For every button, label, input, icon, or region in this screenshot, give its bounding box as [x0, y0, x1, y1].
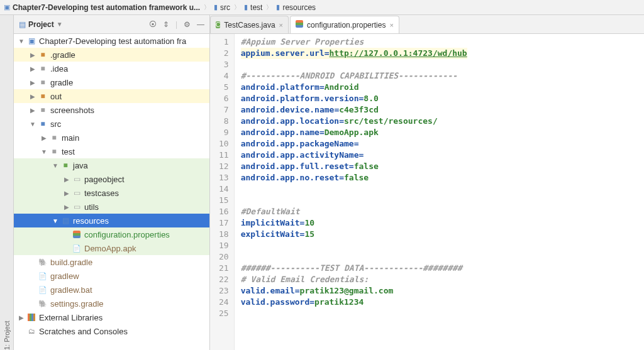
breadcrumb-item[interactable]: ▮test [244, 3, 262, 12]
chevron-right-icon[interactable]: ▶ [29, 93, 36, 100]
chevron-down-icon[interactable]: ▼ [18, 38, 25, 45]
code-line[interactable] [241, 240, 467, 251]
code-line[interactable]: #-----------ANDROID CAPABILITIES--------… [241, 70, 467, 82]
line-number: 25 [219, 308, 229, 319]
folder-icon: ▮ [214, 3, 218, 11]
code-line[interactable]: explicitWait=15 [241, 229, 467, 240]
target-icon[interactable]: ⦿ [149, 20, 157, 29]
code-line[interactable]: implicitWait=10 [241, 217, 467, 229]
editor[interactable]: 1234567891011121314151617181920212223242… [210, 34, 644, 350]
code-line[interactable]: android.app.full.reset=false [241, 161, 467, 172]
tree-row[interactable]: ▼▤resources [14, 214, 209, 227]
tree-row[interactable]: ▼■test [14, 145, 209, 158]
code-line[interactable] [241, 251, 467, 263]
code-line[interactable]: android.platform=Android [241, 82, 467, 93]
tree-row[interactable]: 🐘build.gradle [14, 255, 209, 269]
tree-row[interactable]: 📄gradlew [14, 269, 209, 283]
properties-file-icon [296, 20, 303, 30]
chevron-right-icon[interactable]: ▶ [63, 190, 70, 197]
close-icon[interactable]: × [389, 21, 393, 29]
code-line[interactable]: android.app.no.reset=false [241, 172, 467, 183]
collapse-all-icon[interactable]: ⇕ [163, 20, 169, 29]
editor-area: CTestCases.java×configuration.properties… [210, 15, 644, 350]
tree-row[interactable]: ▼■src [14, 117, 209, 131]
hide-icon[interactable]: — [197, 20, 204, 29]
code-line[interactable]: android.device.name=c4e3f3cd [241, 104, 467, 116]
chevron-right-icon[interactable]: ▶ [40, 134, 48, 141]
code-line[interactable]: android.app.activityName= [241, 150, 467, 161]
code-line[interactable]: android.platform.version=8.0 [241, 93, 467, 104]
editor-tab[interactable]: configuration.properties× [290, 16, 399, 33]
code-line[interactable]: valid.password=pratik1234 [241, 297, 467, 308]
close-icon[interactable]: × [279, 21, 283, 29]
line-number: 16 [219, 206, 229, 217]
java-class-icon: C [216, 20, 220, 30]
tree-row[interactable]: ▶■gradle [14, 75, 209, 89]
tree-label: test [62, 147, 75, 156]
code-line[interactable] [241, 183, 467, 195]
code-line[interactable]: ######----------TEST DATA------------###… [241, 263, 467, 274]
tree-row[interactable]: ▶■out [14, 89, 209, 103]
code-line[interactable]: android.app.location=src/test/resources/ [241, 116, 467, 127]
tree-row[interactable]: ▶■.idea [14, 62, 209, 75]
tree-row[interactable]: configuration.properties [14, 227, 209, 241]
line-number: 18 [219, 229, 229, 240]
tree-label: DemoApp.apk [84, 244, 136, 253]
tree-row[interactable]: 📄DemoApp.apk [14, 241, 209, 255]
code-line[interactable]: # Valid Email Credentials: [241, 274, 467, 285]
breadcrumb-item[interactable]: ▣Chapter7-Developing test automation fra… [4, 3, 200, 12]
code-line[interactable]: #Appium Server Properties [241, 36, 467, 48]
tree-label: resources [73, 216, 109, 226]
chevron-right-icon[interactable]: ▶ [18, 314, 25, 321]
tree-row[interactable]: ▶External Libraries [14, 310, 209, 324]
line-number: 21 [219, 263, 229, 274]
gear-icon[interactable]: ⚙ [184, 20, 191, 29]
line-number: 14 [219, 183, 229, 195]
code-line[interactable]: android.app.name=DemoApp.apk [241, 127, 467, 138]
chevron-down-icon[interactable]: ▼ [52, 217, 59, 224]
chevron-down-icon[interactable]: ▼ [57, 21, 63, 28]
editor-tab[interactable]: CTestCases.java× [210, 16, 289, 33]
chevron-down-icon[interactable]: ▼ [40, 148, 48, 155]
tree-label: main [62, 133, 79, 143]
chevron-down-icon[interactable]: ▼ [29, 121, 36, 128]
code-line[interactable]: android.app.packageName= [241, 138, 467, 150]
tree-row[interactable]: ▶■screenshots [14, 103, 209, 117]
tree-row[interactable]: ▶■main [14, 131, 209, 145]
tree-row[interactable]: 📄gradlew.bat [14, 283, 209, 297]
tree-row[interactable]: ▼▣Chapter7-Developing test automation fr… [14, 34, 209, 48]
chevron-right-icon[interactable]: ▶ [29, 52, 36, 58]
chevron-right-icon[interactable]: ▶ [63, 204, 70, 211]
project-title[interactable]: Project [28, 20, 54, 29]
tree-row[interactable]: ▶■.gradle [14, 48, 209, 62]
code-line[interactable]: appium.server.url=http://127.0.0.1:4723/… [241, 48, 467, 59]
tree-row[interactable]: 🐘settings.gradle [14, 297, 209, 310]
chevron-down-icon[interactable]: ▼ [52, 162, 59, 169]
tool-window-tab[interactable]: 1: Project [0, 15, 14, 350]
chevron-right-icon[interactable]: ▶ [29, 79, 36, 86]
project-tree[interactable]: ▼▣Chapter7-Developing test automation fr… [14, 34, 209, 350]
folder-icon: ■ [38, 63, 48, 74]
tree-row[interactable]: ▶▭testcases [14, 186, 209, 200]
breadcrumb-item[interactable]: ▮src [214, 3, 230, 12]
line-number: 9 [219, 127, 229, 138]
tree-row[interactable]: ▼■java [14, 158, 209, 172]
line-number: 15 [219, 195, 229, 206]
chevron-right-icon[interactable]: ▶ [63, 176, 70, 183]
tree-label: build.gradle [50, 258, 92, 267]
code-line[interactable]: valid.email=pratik123@gmail.com [241, 285, 467, 297]
editor-code[interactable]: #Appium Server Propertiesappium.server.u… [235, 34, 474, 350]
chevron-right-icon[interactable]: ▶ [29, 65, 36, 72]
line-number: 20 [219, 251, 229, 263]
code-line[interactable] [241, 195, 467, 206]
tree-row[interactable]: ▶▭utils [14, 200, 209, 214]
chevron-right-icon[interactable]: ▶ [29, 107, 36, 114]
breadcrumb-item[interactable]: ▮resources [276, 3, 316, 12]
tree-label: gradlew [50, 271, 79, 281]
tree-label: settings.gradle [50, 299, 104, 309]
tree-row[interactable]: ▶▭pageobject [14, 172, 209, 186]
code-line[interactable] [241, 308, 467, 319]
code-line[interactable] [241, 59, 467, 70]
tree-row[interactable]: 🗂Scratches and Consoles [14, 324, 209, 338]
code-line[interactable]: #DefaultWait [241, 206, 467, 217]
